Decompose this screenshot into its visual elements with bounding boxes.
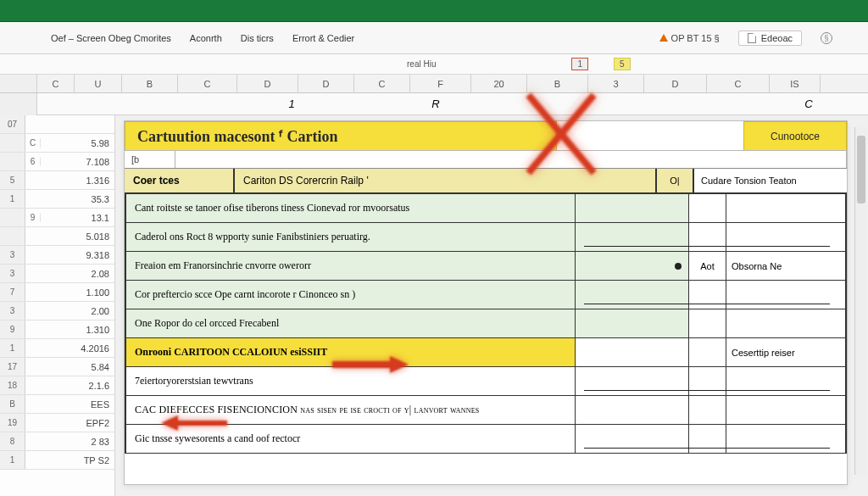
row-text: Freaion em Franorsinchrie cnvorre oweror… [126,252,576,280]
secondary-strip: real Hiu 1 5 [0,54,868,75]
row-header[interactable]: 07 [0,115,25,133]
left-row[interactable]: 175.84 [0,358,114,376]
colhdr-d3[interactable]: D [644,75,707,92]
edeoac-pill[interactable]: Edeoac [738,31,802,46]
chip-red[interactable]: 1 [571,58,588,70]
colhdr-c4[interactable]: C [707,75,770,92]
row-text: Cant roitste se tanoer ofise tiberons ti… [126,194,576,222]
share-icon[interactable]: § [821,32,832,44]
doc-row[interactable]: Cor preftercio scce Ope carnt incorote r… [126,281,845,309]
row-header[interactable]: 5 [0,171,25,189]
menu-aconrth[interactable]: Aconrth [190,33,222,43]
left-row[interactable]: 67.108 [0,153,114,171]
subrow-cell[interactable]: [b [125,151,175,168]
doc-row[interactable]: Onrooni CARITOON CCALOIUN esiSSIITCesert… [126,338,845,367]
doc-row[interactable]: CAC DIEFECCES FISENCIONCION nas sisen pe… [126,396,845,425]
row-letter: C [25,138,41,148]
left-row[interactable]: 14.2016 [0,339,114,358]
row-header[interactable]: 8 [0,432,25,450]
doc-row[interactable]: Caderol ons Roct 8 wpporty sunie Fanibst… [126,223,845,252]
left-row[interactable]: 5.018 [0,227,114,246]
row-underline [584,304,830,304]
row-header[interactable]: 3 [0,302,25,320]
colhdr-b2[interactable]: B [527,75,588,92]
row-header[interactable]: 7 [0,283,25,301]
row-text: 7eiertoryorerstsian tewvtrans [126,367,576,395]
row-header[interactable]: 17 [0,358,25,376]
menu-oef[interactable]: Oef – Screen Obeg Cmorites [51,33,171,43]
doc-row[interactable]: Freaion em Franorsinchrie cnvorre oweror… [126,252,845,281]
row-header[interactable]: 3 [0,246,25,264]
doc-row[interactable]: One Ropor do cel orcced Frecabenl [126,309,845,338]
app-titlebar [0,0,868,22]
colhdr-u[interactable]: U [75,75,122,92]
doc-subrow: [b [125,150,847,169]
left-row[interactable]: 51.316 [0,171,114,190]
left-row[interactable]: 32.00 [0,302,114,320]
row-header[interactable]: 1 [0,339,25,357]
left-row[interactable]: 19EPF2 [0,414,114,432]
left-row[interactable]: 82 83 [0,432,114,451]
doc-row[interactable]: 7eiertoryorerstsian tewvtrans [126,367,845,396]
doc-row[interactable]: Cant roitste se tanoer ofise tiberons ti… [126,194,845,223]
row-header[interactable]: 3 [0,265,25,282]
warning-badge[interactable]: OP BT 15 § [659,33,720,43]
row-header[interactable]: 9 [0,320,25,338]
row-header[interactable]: 1 [0,451,25,469]
row-text: One Ropor do cel orcced Frecabenl [126,309,576,337]
colhdr-is[interactable]: IS [770,75,821,92]
colhdr-20[interactable]: 20 [471,75,527,92]
left-row[interactable]: 32.08 [0,265,114,283]
worksheet-document: Cartuution macesont ᶠ Cartion Cunootoce … [124,120,848,485]
doc-header-row: Coer tces Cariton DS Corercrin Railp ' O… [125,169,847,194]
colhdr-c2[interactable]: C [178,75,237,92]
fx-l3: C [775,98,843,110]
row-header[interactable]: 18 [0,376,25,394]
left-data-column: 07C5.9867.10851.316135.3913.15.01839.318… [0,115,115,496]
scrollbar-thumb[interactable] [857,136,865,203]
fx-l2: R [376,98,495,110]
chip-yellow[interactable]: 5 [614,58,631,70]
colhdr-c3[interactable]: C [354,75,410,92]
menu-errort[interactable]: Errort & Cedier [292,33,354,43]
left-row[interactable]: 39.318 [0,246,114,265]
left-row[interactable]: 135.3 [0,190,114,209]
menu-disticrs[interactable]: Dis ticrs [241,33,274,43]
row-value: EES [41,399,114,410]
row-header[interactable] [0,134,25,152]
row-value: 5.98 [41,138,114,148]
row-mid [576,252,689,280]
row-header[interactable] [0,209,25,226]
doc-title: Cartuution macesont ᶠ Cartion [125,121,557,150]
left-row[interactable]: C5.98 [0,134,114,153]
left-row[interactable]: 1TP S2 [0,451,114,470]
colhdr-c1[interactable]: C [37,75,75,92]
row-value: 1.310 [41,325,114,335]
left-row[interactable]: BEES [0,395,114,414]
colhdr-f[interactable]: F [410,75,471,92]
row-col-a [689,367,726,395]
colhdr-b[interactable]: B [122,75,178,92]
row-header[interactable] [0,153,25,170]
left-row[interactable]: 182.1.6 [0,376,114,395]
colhdr-3[interactable]: 3 [588,75,644,92]
row-col-a [689,338,726,366]
colhdr-d1[interactable]: D [237,75,298,92]
left-row[interactable]: 07 [0,115,114,134]
row-col-b [726,223,845,251]
colhdr-d2[interactable]: D [298,75,354,92]
vertical-scrollbar[interactable] [854,127,866,475]
red-arrow-right-icon [390,356,409,373]
row-header[interactable]: 19 [0,414,25,432]
row-value: 1.316 [41,176,114,186]
row-header[interactable]: B [0,395,25,413]
left-row[interactable]: 913.1 [0,209,114,227]
left-row[interactable]: 91.310 [0,320,114,339]
doc-row[interactable]: Gic tnsse sywesorents a cand oof rectocr [126,425,845,454]
row-header[interactable] [0,227,25,245]
row-mid [576,309,689,337]
left-row[interactable]: 71.100 [0,283,114,302]
formula-row: 1 R C [0,93,868,115]
row-col-a [689,396,726,424]
row-header[interactable]: 1 [0,190,25,208]
